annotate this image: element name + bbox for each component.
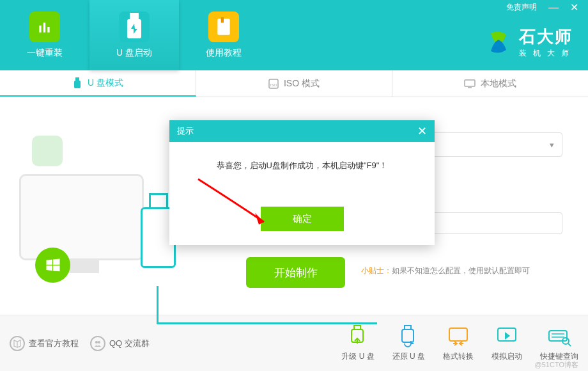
- svg-rect-11: [465, 80, 475, 86]
- watermark: @51CTO博客: [535, 360, 578, 370]
- dialog-body: 恭喜您，启动U盘制作成功，本机启动键"F9"！ 确定: [169, 142, 435, 245]
- tip-text: 小贴士：如果不知道怎么配置，使用默认配置即可: [361, 265, 530, 276]
- nav-tab-tutorial[interactable]: 使用教程: [179, 0, 268, 70]
- minimize-button[interactable]: —: [548, 3, 559, 13]
- usb-icon: [72, 77, 82, 89]
- svg-rect-8: [74, 81, 81, 88]
- bottom-links: 查看官方教程 QQ 交流群: [10, 336, 150, 351]
- svg-rect-0: [39, 26, 41, 33]
- tutorial-link[interactable]: 查看官方教程: [10, 336, 79, 351]
- restore-usb-icon: [396, 324, 421, 347]
- nav-tab-label: 一键重装: [27, 47, 63, 59]
- simulate-icon: [494, 324, 520, 347]
- disclaimer-link[interactable]: 免责声明: [506, 2, 537, 13]
- svg-line-25: [568, 343, 571, 346]
- windows-icon: [35, 248, 70, 283]
- book-icon: [10, 336, 25, 351]
- convert-icon: [445, 324, 471, 347]
- sub-tab-iso-mode[interactable]: ISO ISO 模式: [196, 70, 392, 97]
- svg-rect-21: [549, 331, 567, 341]
- svg-rect-2: [47, 27, 49, 33]
- svg-rect-3: [130, 13, 139, 19]
- tool-hotkey-query[interactable]: 快捷键查询: [540, 324, 578, 362]
- qq-group-link[interactable]: QQ 交流群: [90, 336, 150, 351]
- brand-title: 石大师: [519, 26, 575, 48]
- usb-boot-icon: [119, 12, 150, 42]
- svg-text:ISO: ISO: [270, 83, 277, 87]
- success-dialog: 提示 ✕ 恭喜您，启动U盘制作成功，本机启动键"F9"！ 确定: [169, 120, 435, 245]
- dialog-message: 恭喜您，启动U盘制作成功，本机启动键"F9"！: [182, 160, 422, 171]
- app-header: 一键重装 U 盘启动 使用教程 免责声明 — ✕ 石大师 装机大师: [0, 0, 588, 70]
- tool-simulate-boot[interactable]: 模拟启动: [491, 324, 522, 362]
- start-make-button[interactable]: 开始制作: [246, 257, 345, 288]
- svg-rect-1: [43, 23, 45, 33]
- close-button[interactable]: ✕: [570, 3, 578, 13]
- logo-icon: [484, 28, 513, 56]
- upgrade-usb-icon: [345, 324, 371, 347]
- header-controls: 免责声明 — ✕: [506, 2, 578, 13]
- illustration: [13, 116, 192, 296]
- people-icon: [90, 336, 105, 351]
- svg-rect-18: [402, 329, 414, 342]
- svg-rect-6: [221, 17, 224, 23]
- nav-tabs: 一键重装 U 盘启动 使用教程: [0, 0, 268, 70]
- brand-logo: 石大师 装机大师: [484, 26, 575, 59]
- nav-tab-reinstall[interactable]: 一键重装: [0, 0, 89, 70]
- brand-subtitle: 装机大师: [519, 48, 575, 59]
- sub-tab-usb-mode[interactable]: U 盘模式: [0, 70, 196, 97]
- sub-tabs: U 盘模式 ISO ISO 模式 本地模式: [0, 70, 588, 97]
- svg-rect-19: [449, 328, 467, 341]
- dialog-close-button[interactable]: ✕: [417, 124, 427, 138]
- nav-tab-usb-boot[interactable]: U 盘启动: [89, 0, 179, 70]
- svg-rect-7: [75, 77, 79, 81]
- bottom-tools: 升级 U 盘 还原 U 盘 格式转换 模拟启动 快捷键查询: [341, 324, 578, 362]
- svg-point-14: [98, 341, 100, 343]
- dialog-titlebar: 提示 ✕: [169, 120, 435, 142]
- svg-point-13: [95, 341, 98, 343]
- dialog-ok-button[interactable]: 确定: [261, 207, 344, 231]
- monitor-icon: [464, 79, 476, 88]
- tutorial-icon: [208, 12, 239, 42]
- tool-upgrade-usb[interactable]: 升级 U 盘: [341, 324, 374, 362]
- tool-format-convert[interactable]: 格式转换: [443, 324, 474, 362]
- reinstall-icon: [29, 12, 60, 42]
- chevron-down-icon: ▾: [550, 140, 554, 150]
- dialog-title-text: 提示: [177, 125, 194, 137]
- hotkey-icon: [546, 324, 572, 347]
- sub-tab-local-mode[interactable]: 本地模式: [392, 70, 588, 97]
- iso-icon: ISO: [268, 79, 279, 89]
- nav-tab-label: 使用教程: [206, 47, 242, 59]
- tool-restore-usb[interactable]: 还原 U 盘: [392, 324, 425, 362]
- nav-tab-label: U 盘启动: [116, 47, 152, 59]
